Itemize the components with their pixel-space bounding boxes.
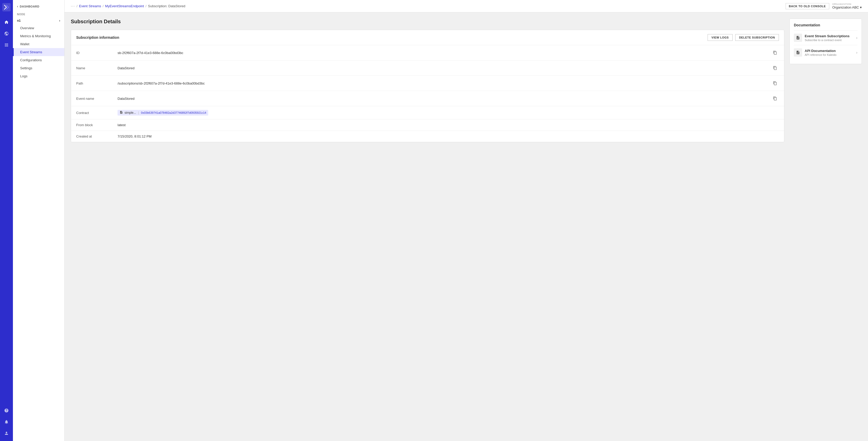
globe-icon[interactable] (2, 29, 11, 38)
sidebar: ‹ DASHBOARD NODE n1 › Overview Metrics &… (13, 0, 65, 441)
doc-text-api: API Documentation API reference for Kale… (805, 49, 854, 56)
content-body: Subscription Details Subscription inform… (65, 12, 868, 441)
doc-item-title-api: API Documentation (805, 49, 854, 53)
doc-item-event-stream-subscriptions[interactable]: Event Stream Subscriptions Subscribe to … (794, 30, 858, 45)
doc-item-title-event-streams: Event Stream Subscriptions (805, 34, 854, 38)
chevron-right-doc-1: › (856, 36, 858, 40)
sidebar-item-logs[interactable]: Logs (13, 72, 64, 80)
sidebar-item-event-streams[interactable]: Event Streams (13, 48, 64, 56)
field-label-created-at: Created at (76, 135, 118, 138)
page-title: Subscription Details (71, 19, 784, 25)
contract-address: 0x03b639741a078482a2d37746892f7d0935921c… (141, 111, 207, 114)
breadcrumb-event-streams[interactable]: Event Streams (79, 4, 101, 8)
home-icon[interactable] (2, 18, 11, 27)
user-icon[interactable] (2, 429, 11, 438)
field-value-created-at: 7/15/2020, 8:01:12 PM (118, 135, 779, 138)
node-row[interactable]: n1 › (13, 17, 64, 24)
contract-badge[interactable]: simple... | 0x03b639741a078482a2d3774689… (118, 110, 208, 116)
table-row: From block latest (71, 119, 784, 131)
field-value-from-block: latest (118, 123, 779, 127)
table-row: Path /subscriptions/sb-2f2f607a-2f7d-41e… (71, 76, 784, 91)
contract-doc-icon (120, 111, 123, 115)
org-label: ORGANIZATION (832, 3, 851, 5)
doc-title: Documentation (794, 23, 858, 27)
sidebar-item-configurations[interactable]: Configurations (13, 56, 64, 64)
field-label-from-block: From block (76, 123, 118, 127)
chevron-right-doc-2: › (856, 51, 858, 55)
field-value-path: /subscriptions/sb-2f2f607a-2f7d-41e3-688… (118, 82, 771, 85)
field-value-contract: simple... | 0x03b639741a078482a2d3774689… (118, 110, 779, 116)
logo-area (2, 3, 10, 12)
org-name: Organization ABC (832, 5, 859, 9)
dashboard-back[interactable]: ‹ DASHBOARD (13, 0, 64, 11)
icon-bar (0, 0, 13, 441)
chevron-left-icon: ‹ (17, 5, 18, 8)
sidebar-item-wallet[interactable]: Wallet (13, 40, 64, 48)
help-icon[interactable] (2, 406, 11, 415)
card-header-title: Subscription information (76, 35, 119, 39)
org-name-row[interactable]: Organization ABC ▾ (832, 5, 862, 9)
sidebar-item-metrics[interactable]: Metrics & Monitoring (13, 32, 64, 40)
notifications-icon[interactable] (2, 417, 11, 427)
copy-event-name-button[interactable] (771, 95, 779, 102)
right-panel: Documentation Event Stream Subscriptions… (789, 19, 862, 435)
separator-3: / (146, 4, 147, 8)
field-value-name: DataStored (118, 66, 771, 70)
breadcrumb-dots: ··· (71, 4, 75, 8)
org-selector[interactable]: ORGANIZATION Organization ABC ▾ (832, 3, 862, 9)
breadcrumb: ··· / Event Streams / MyEventStreamsEndp… (71, 4, 185, 8)
field-label-contract: Contract (76, 111, 118, 115)
copy-name-button[interactable] (771, 64, 779, 72)
table-row: Event name DataStored (71, 91, 784, 106)
field-label-path: Path (76, 82, 118, 85)
sidebar-item-overview[interactable]: Overview (13, 24, 64, 32)
breadcrumb-endpoint[interactable]: MyEventStreamsEndpoint (105, 4, 144, 8)
field-label-id: ID (76, 51, 118, 55)
documentation-card: Documentation Event Stream Subscriptions… (789, 19, 862, 64)
field-label-event-name: Event name (76, 97, 118, 100)
copy-path-button[interactable] (771, 79, 779, 87)
chevron-right-icon: › (59, 19, 60, 23)
delete-subscription-button[interactable]: DELETE SUBSCRIPTION (735, 34, 779, 41)
doc-icon-event-streams (794, 34, 802, 42)
sidebar-nav: Overview Metrics & Monitoring Wallet Eve… (13, 24, 64, 80)
field-value-id: sb-2f2f607a-2f7d-41e3-688e-6c0ba00bd3bc (118, 51, 771, 55)
copy-id-button[interactable] (771, 49, 779, 57)
field-label-name: Name (76, 66, 118, 70)
doc-item-subtitle-api: API reference for Kaleido (805, 53, 854, 56)
main-area: ··· / Event Streams / MyEventStreamsEndp… (65, 0, 868, 441)
table-row: ID sb-2f2f607a-2f7d-41e3-688e-6c0ba00bd3… (71, 45, 784, 60)
main-panel: Subscription Details Subscription inform… (71, 19, 784, 435)
back-to-console-button[interactable]: BACK TO OLD CONSOLE (785, 3, 829, 9)
field-value-event-name: DataStored (118, 97, 771, 100)
contract-name: simple... (125, 111, 136, 115)
doc-item-api-documentation[interactable]: API Documentation API reference for Kale… (794, 45, 858, 60)
card-header-actions: VIEW LOGS DELETE SUBSCRIPTION (708, 34, 779, 41)
pipe-separator: | (138, 111, 139, 115)
doc-icon-api (794, 48, 802, 57)
table-row: Contract simple... | 0x03b639741a078482a… (71, 106, 784, 119)
sidebar-item-settings[interactable]: Settings (13, 64, 64, 72)
separator-2: / (102, 4, 103, 8)
breadcrumb-subscription: Subscription: DataStored (148, 4, 185, 8)
node-name: n1 (17, 19, 21, 23)
doc-text-event-streams: Event Stream Subscriptions Subscribe to … (805, 34, 854, 41)
separator-1: / (76, 4, 78, 8)
top-bar: ··· / Event Streams / MyEventStreamsEndp… (65, 0, 868, 12)
bottom-icons (2, 406, 11, 438)
network-icon[interactable] (2, 40, 11, 50)
card-header: Subscription information VIEW LOGS DELET… (71, 30, 784, 45)
dashboard-label: DASHBOARD (20, 5, 39, 8)
table-row: Created at 7/15/2020, 8:01:12 PM (71, 131, 784, 142)
doc-item-subtitle-event-streams: Subscribe to a contract event (805, 38, 854, 41)
subscription-card: Subscription information VIEW LOGS DELET… (71, 30, 784, 142)
top-bar-right: BACK TO OLD CONSOLE ORGANIZATION Organiz… (785, 3, 862, 9)
node-section-label: NODE (13, 11, 64, 17)
view-logs-button[interactable]: VIEW LOGS (708, 34, 733, 41)
table-row: Name DataStored (71, 60, 784, 76)
chevron-down-icon: ▾ (860, 5, 862, 9)
